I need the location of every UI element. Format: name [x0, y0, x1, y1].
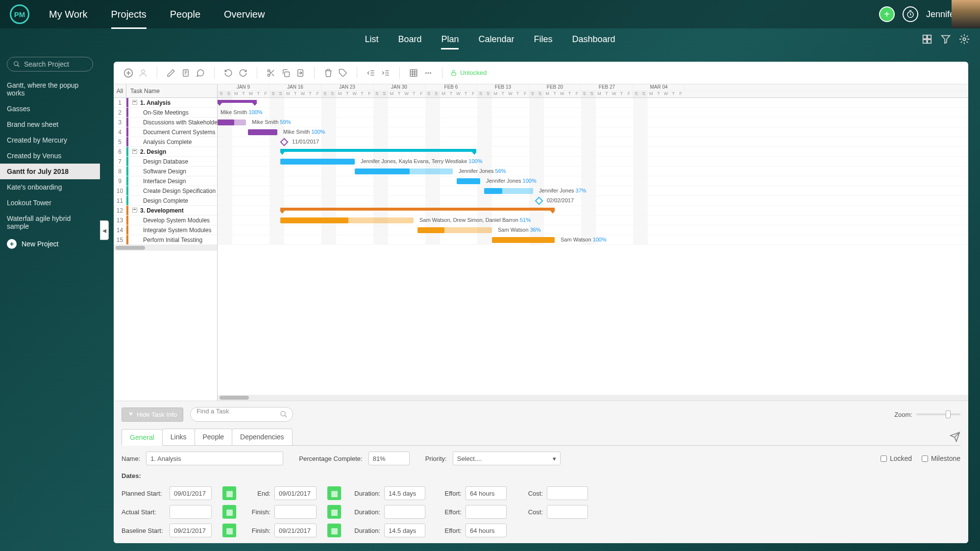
delete-icon[interactable]: [322, 67, 334, 79]
outdent-icon[interactable]: [365, 67, 377, 79]
timeline-row[interactable]: Mike Smith 100%: [218, 127, 968, 137]
task-row[interactable]: 7Design Database: [114, 157, 217, 167]
undo-icon[interactable]: [222, 67, 234, 79]
timeline-row[interactable]: Sam Watson 36%: [218, 225, 968, 235]
duration2-input[interactable]: [384, 505, 425, 519]
task-row[interactable]: 62. Design: [114, 147, 217, 157]
sidebar-item[interactable]: Gasses: [0, 101, 100, 117]
summary-bar[interactable]: [280, 208, 555, 211]
add-task-icon[interactable]: [122, 67, 134, 79]
task-row[interactable]: 14Integrate System Modules: [114, 225, 217, 235]
timeline[interactable]: JAN 9JAN 16JAN 23JAN 30FEB 6FEB 13FEB 20…: [218, 84, 968, 401]
baseline-start-input[interactable]: 09/21/2017: [170, 524, 212, 537]
person-icon[interactable]: [137, 67, 149, 79]
planned-start-input[interactable]: 09/01/2017: [170, 486, 212, 500]
baseline-finish-input[interactable]: 09/21/2017: [274, 524, 317, 537]
tab-dependencies[interactable]: Dependencies: [232, 429, 293, 445]
duration-input[interactable]: 14.5 days: [384, 486, 425, 500]
sidebar-item[interactable]: Brand new sheet: [0, 117, 100, 132]
send-icon[interactable]: [950, 431, 960, 442]
task-row[interactable]: 8Software Design: [114, 167, 217, 176]
milestone-marker[interactable]: [280, 138, 289, 146]
tab-general[interactable]: General: [122, 429, 163, 446]
redo-icon[interactable]: [237, 67, 249, 79]
gantt-bar[interactable]: [492, 237, 555, 243]
duration3-input[interactable]: 14.5 days: [384, 524, 425, 537]
nav-projects[interactable]: Projects: [111, 9, 147, 29]
gantt-bar[interactable]: [355, 168, 453, 174]
effort3-input[interactable]: 64 hours: [466, 524, 507, 537]
gantt-bar[interactable]: [417, 227, 492, 233]
priority-select[interactable]: Select....▾: [453, 452, 561, 465]
sidebar-item[interactable]: Lookout Tower: [0, 195, 100, 211]
tab-plan[interactable]: Plan: [441, 34, 459, 49]
timeline-row[interactable]: 02/02/2017: [218, 196, 968, 206]
hide-task-button[interactable]: Hide Task Info: [122, 407, 183, 422]
indent-icon[interactable]: [380, 67, 392, 79]
gantt-bar[interactable]: [248, 129, 277, 135]
timeline-row[interactable]: [218, 147, 968, 157]
tab-list[interactable]: List: [365, 34, 378, 49]
timeline-row[interactable]: [218, 98, 968, 108]
tab-files[interactable]: Files: [534, 34, 553, 49]
paste-icon[interactable]: [294, 67, 306, 79]
task-row[interactable]: 15Perform Initial Tessting: [114, 235, 217, 245]
actual-start-input[interactable]: [170, 505, 212, 519]
timeline-hscroll[interactable]: [218, 395, 968, 401]
search-input[interactable]: Search Project: [7, 57, 93, 72]
timeline-row[interactable]: 11/01/2017: [218, 137, 968, 147]
sidebar-item[interactable]: Created by Venus: [0, 148, 100, 164]
timeline-row[interactable]: Sam Watson 100%: [218, 235, 968, 245]
task-row[interactable]: 5Analysis Complete: [114, 137, 217, 147]
effort2-input[interactable]: [466, 505, 507, 519]
name-input[interactable]: 1. Analysis: [146, 452, 283, 465]
task-row[interactable]: 11Design Complete: [114, 196, 217, 206]
sidebar-item[interactable]: Created by Mercury: [0, 132, 100, 148]
timeline-row[interactable]: [218, 206, 968, 216]
calendar-icon[interactable]: ▦: [327, 505, 341, 519]
locked-checkbox[interactable]: Locked: [881, 455, 912, 462]
new-project-button[interactable]: + New Project: [0, 234, 100, 254]
timeline-row[interactable]: Jennifer Jones 100%: [218, 176, 968, 186]
gantt-bar[interactable]: [457, 178, 480, 184]
timer-icon[interactable]: [903, 6, 918, 22]
tab-calendar[interactable]: Calendar: [478, 34, 514, 49]
timeline-row[interactable]: Jennifer Jones, Kayla Evans, Terry Westl…: [218, 157, 968, 167]
gear-icon[interactable]: [958, 33, 970, 45]
filter-icon[interactable]: [940, 33, 952, 45]
header-task-name[interactable]: Task Name: [126, 84, 217, 97]
columns-icon[interactable]: [408, 67, 419, 79]
more-icon[interactable]: [422, 67, 434, 79]
cost2-input[interactable]: [547, 505, 588, 519]
tab-board[interactable]: Board: [398, 34, 421, 49]
task-row[interactable]: 3Discussions with Stakeholders: [114, 118, 217, 127]
sidebar-collapse[interactable]: ◂: [100, 220, 109, 240]
comment-icon[interactable]: [195, 67, 206, 79]
copy-icon[interactable]: [280, 67, 292, 79]
edit-icon[interactable]: [165, 67, 177, 79]
sidebar-item[interactable]: Gantt, where the popup works: [0, 77, 100, 101]
grid-icon[interactable]: [921, 33, 933, 45]
gantt-bar[interactable]: [280, 159, 355, 165]
effort-input[interactable]: 64 hours: [466, 486, 507, 500]
find-task-input[interactable]: Find a Task: [190, 407, 293, 422]
tab-dashboard[interactable]: Dashboard: [572, 34, 615, 49]
timeline-row[interactable]: Mike Smith 100%: [218, 108, 968, 118]
avatar[interactable]: [952, 0, 980, 28]
calendar-icon[interactable]: ▦: [222, 486, 236, 500]
sidebar-item[interactable]: Kate's onboarding: [0, 179, 100, 195]
milestone-marker[interactable]: [535, 197, 543, 205]
tab-links[interactable]: Links: [162, 429, 195, 445]
task-hscroll[interactable]: [114, 245, 217, 251]
task-row[interactable]: 13Develop System Modules: [114, 216, 217, 225]
calendar-icon[interactable]: ▦: [222, 505, 236, 519]
summary-bar[interactable]: [218, 100, 257, 103]
sidebar-item[interactable]: Gantt for July 2018: [0, 164, 100, 179]
task-row[interactable]: 2On-Site Meetings: [114, 108, 217, 118]
timeline-row[interactable]: Mike Smith 59%: [218, 118, 968, 127]
calendar-icon[interactable]: ▦: [327, 486, 341, 500]
gantt-bar[interactable]: [218, 120, 246, 125]
end-input[interactable]: 09/01/2017: [274, 486, 317, 500]
cut-icon[interactable]: [265, 67, 277, 79]
add-button[interactable]: +: [879, 6, 895, 22]
